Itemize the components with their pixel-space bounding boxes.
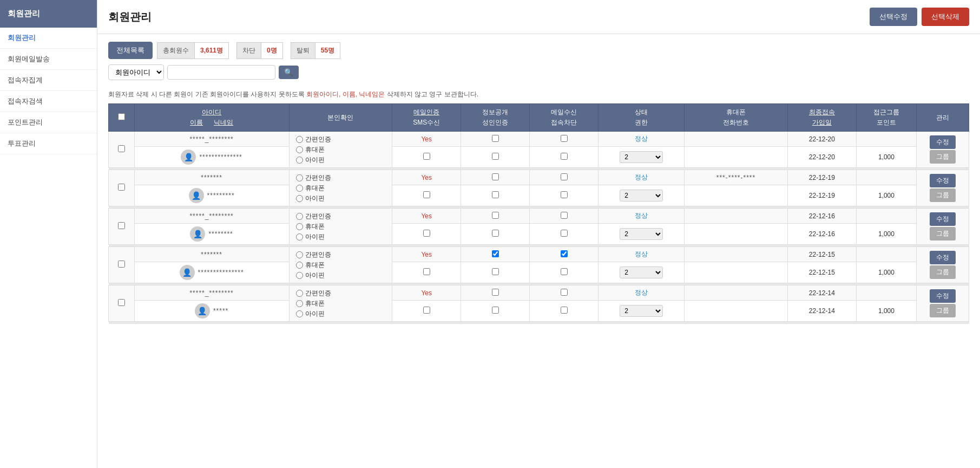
mail-recv-checkbox[interactable] — [561, 135, 568, 142]
sidebar-item-access-search[interactable]: 접속자검색 — [0, 91, 97, 112]
table-row: 👤 ******** 1 2 3 22-12-16 1,000 — [109, 224, 969, 245]
adult-cert-checkbox[interactable] — [492, 191, 499, 198]
sms-recv-checkbox[interactable] — [423, 191, 430, 198]
leave-count: 55명 — [315, 42, 340, 59]
search-input[interactable] — [167, 65, 275, 80]
row-sms-cell — [392, 147, 461, 168]
select-delete-button[interactable]: 선택삭제 — [922, 8, 969, 26]
verify-phone[interactable]: 휴대폰 — [296, 145, 325, 154]
sidebar-item-members[interactable]: 회원관리 — [0, 28, 97, 49]
access-block-checkbox[interactable] — [561, 230, 568, 237]
verify-ipin[interactable]: 아이핀 — [296, 271, 325, 280]
sidebar-item-mail[interactable]: 회원메일발송 — [0, 49, 97, 70]
sidebar-link-points[interactable]: 포인트관리 — [0, 112, 97, 133]
search-button[interactable]: 🔍 — [279, 66, 299, 79]
avatar: 👤 — [181, 150, 196, 165]
verify-ipin[interactable]: 아이핀 — [296, 309, 325, 318]
sms-recv-checkbox[interactable] — [423, 307, 430, 314]
verify-ipin[interactable]: 아이핀 — [296, 155, 325, 165]
row-phone2-cell — [685, 301, 788, 322]
select-all-checkbox[interactable] — [118, 113, 125, 120]
member-nickname: ***** — [213, 307, 228, 315]
group-button[interactable]: 그룹 — [930, 188, 956, 202]
group-button[interactable]: 그룹 — [930, 304, 956, 317]
th-status-perm: 상태 권한 — [598, 104, 685, 132]
info-share-checkbox[interactable] — [492, 250, 499, 257]
info-share-checkbox[interactable] — [492, 173, 499, 180]
mail-recv-checkbox[interactable] — [561, 212, 568, 219]
group-button[interactable]: 그룹 — [930, 227, 956, 240]
permission-select[interactable]: 1 2 3 — [620, 190, 663, 202]
adult-cert-checkbox[interactable] — [492, 268, 499, 275]
sidebar-link-votes[interactable]: 투표관리 — [0, 133, 97, 154]
sms-recv-checkbox[interactable] — [423, 153, 430, 160]
sort-mail-cert-link[interactable]: 메일인증 — [413, 108, 439, 117]
permission-select[interactable]: 1 2 3 — [620, 228, 663, 240]
sort-id-link[interactable]: 아이디 — [202, 108, 221, 117]
row-access-block-cell — [530, 301, 598, 322]
edit-button[interactable]: 수정 — [930, 251, 956, 264]
last-access-value: 22-12-15 — [809, 251, 835, 258]
sidebar-link-access-search[interactable]: 접속자검색 — [0, 91, 97, 112]
sidebar-link-mail[interactable]: 회원메일발송 — [0, 49, 97, 70]
verify-ipin[interactable]: 아이핀 — [296, 194, 325, 203]
adult-cert-checkbox[interactable] — [492, 230, 499, 237]
verify-simple[interactable]: 간편인증 — [296, 212, 331, 221]
access-block-checkbox[interactable] — [561, 307, 568, 314]
edit-button[interactable]: 수정 — [930, 174, 956, 187]
sms-recv-checkbox[interactable] — [423, 268, 430, 275]
info-share-checkbox[interactable] — [492, 212, 499, 219]
sidebar-item-votes[interactable]: 투표관리 — [0, 133, 97, 154]
filter-all-button[interactable]: 전체목록 — [108, 42, 153, 59]
row-checkbox[interactable] — [118, 222, 125, 229]
verify-ipin[interactable]: 아이핀 — [296, 232, 325, 242]
verify-simple[interactable]: 간편인증 — [296, 135, 331, 144]
edit-button[interactable]: 수정 — [930, 135, 956, 149]
row-checkbox[interactable] — [118, 145, 125, 152]
permission-select[interactable]: 1 2 3 — [620, 305, 663, 317]
sort-join-date-link[interactable]: 가입일 — [812, 118, 832, 127]
mail-recv-checkbox[interactable] — [561, 173, 568, 180]
permission-select[interactable]: 1 2 3 — [620, 266, 663, 278]
search-bar: 회원아이디 이름 닉네임 이메일 🔍 — [97, 59, 980, 86]
search-type-select[interactable]: 회원아이디 이름 닉네임 이메일 — [108, 64, 164, 80]
access-block-checkbox[interactable] — [561, 153, 568, 160]
row-checkbox[interactable] — [118, 299, 125, 306]
access-block-checkbox[interactable] — [561, 268, 568, 275]
verify-phone[interactable]: 휴대폰 — [296, 299, 325, 308]
mail-recv-checkbox[interactable] — [561, 250, 568, 257]
select-edit-button[interactable]: 선택수정 — [870, 8, 917, 26]
row-checkbox[interactable] — [118, 184, 125, 191]
sort-last-access-link[interactable]: 최종접속 — [809, 108, 835, 117]
verify-simple[interactable]: 간편인증 — [296, 250, 331, 259]
info-share-checkbox[interactable] — [492, 289, 499, 296]
verify-phone[interactable]: 휴대폰 — [296, 261, 325, 270]
sms-recv-checkbox[interactable] — [423, 230, 430, 237]
access-block-checkbox[interactable] — [561, 191, 568, 198]
verify-simple[interactable]: 간편인증 — [296, 173, 331, 183]
group-button[interactable]: 그룹 — [930, 265, 956, 279]
table-row: 👤 ********* 1 2 3 22-12-19 1,000 — [109, 185, 969, 206]
sidebar-item-points[interactable]: 포인트관리 — [0, 112, 97, 133]
filter-bar: 전체목록 총회원수 3,611명 차단 0명 탈퇴 55명 — [97, 34, 980, 59]
row-checkbox[interactable] — [118, 261, 125, 268]
edit-button[interactable]: 수정 — [930, 289, 956, 303]
th-select-all[interactable] — [109, 104, 135, 132]
mail-recv-checkbox[interactable] — [561, 289, 568, 296]
adult-cert-checkbox[interactable] — [492, 153, 499, 160]
group-button[interactable]: 그룹 — [930, 150, 956, 164]
sort-nick-link[interactable]: 닉네임 — [214, 118, 233, 127]
adult-cert-checkbox[interactable] — [492, 307, 499, 314]
edit-button[interactable]: 수정 — [930, 212, 956, 226]
permission-select[interactable]: 1 2 3 — [620, 151, 663, 163]
verify-phone[interactable]: 휴대폰 — [296, 184, 325, 193]
verify-phone[interactable]: 휴대폰 — [296, 222, 325, 231]
sidebar-item-access-stats[interactable]: 접속자집계 — [0, 70, 97, 91]
sort-name-link[interactable]: 이름 — [190, 118, 203, 127]
row-checkbox-cell — [109, 209, 135, 245]
row-access-block-cell — [530, 224, 598, 245]
sidebar-link-access-stats[interactable]: 접속자집계 — [0, 70, 97, 91]
verify-simple[interactable]: 간편인증 — [296, 289, 331, 298]
sidebar-link-members[interactable]: 회원관리 — [0, 28, 97, 49]
info-share-checkbox[interactable] — [492, 135, 499, 142]
